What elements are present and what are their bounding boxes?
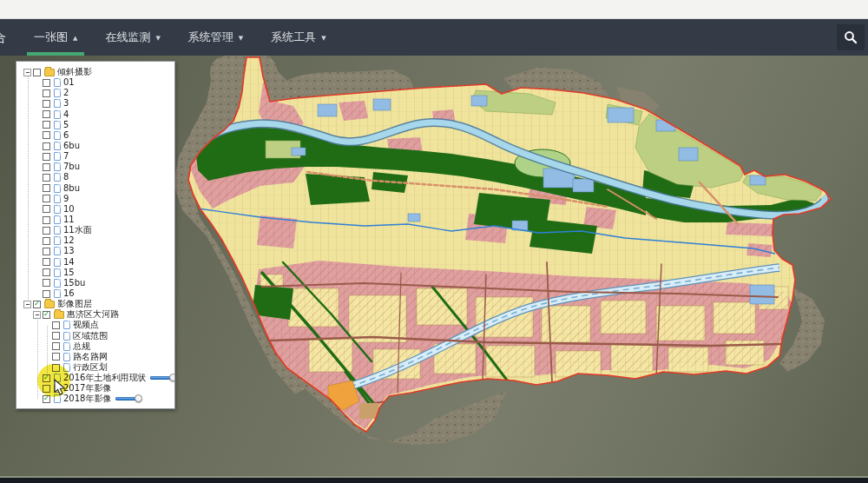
tree-row: 10: [16, 204, 173, 215]
tree-row: 路名路网: [16, 352, 173, 362]
layer-checkbox[interactable]: [43, 142, 50, 150]
layer-checkbox[interactable]: [52, 342, 60, 350]
document-icon: [63, 332, 70, 341]
collapse-icon[interactable]: [23, 301, 31, 308]
document-icon: [54, 89, 61, 97]
tree-row: 8bu: [16, 183, 173, 194]
layer-label[interactable]: 6bu: [63, 142, 80, 150]
layer-label[interactable]: 11: [63, 215, 75, 224]
layer-label[interactable]: 16: [63, 289, 75, 298]
layer-checkbox[interactable]: [43, 279, 50, 287]
layer-checkbox[interactable]: [43, 184, 50, 192]
document-icon: [63, 353, 70, 361]
document-icon: [54, 289, 61, 298]
tree-row: 12: [16, 235, 173, 246]
nav-item-1[interactable]: 一张图▲: [26, 19, 85, 56]
layer-checkbox[interactable]: [43, 110, 50, 118]
layer-checkbox[interactable]: [43, 100, 50, 108]
layer-checkbox[interactable]: [43, 248, 50, 255]
layer-checkbox[interactable]: [43, 79, 50, 87]
search-button[interactable]: [837, 24, 865, 50]
layer-checkbox[interactable]: [43, 131, 50, 139]
tree-row: 16: [16, 288, 173, 299]
layer-label[interactable]: 区域范围: [73, 332, 108, 341]
layer-label[interactable]: 11水面: [63, 226, 92, 235]
layer-label[interactable]: 行政区划: [73, 363, 108, 372]
layer-checkbox[interactable]: [43, 153, 50, 161]
layer-label[interactable]: 10: [63, 205, 75, 214]
layer-checkbox[interactable]: [33, 69, 41, 76]
layer-checkbox[interactable]: [43, 237, 50, 245]
layer-checkbox-checked[interactable]: [43, 311, 50, 319]
layer-checkbox[interactable]: [43, 290, 50, 298]
tree-row: 4: [16, 109, 173, 120]
layer-label[interactable]: 2016年土地利用现状: [63, 374, 146, 382]
layer-checkbox[interactable]: [43, 216, 50, 224]
browser-top-strip: [0, 0, 868, 19]
layer-label[interactable]: 8: [63, 173, 69, 182]
layer-label[interactable]: 14: [63, 258, 75, 267]
tree-row: 区域范围: [16, 331, 173, 341]
layer-checkbox[interactable]: [43, 268, 50, 276]
tree-row: 7bu: [16, 162, 173, 172]
layer-label[interactable]: 6: [63, 131, 69, 140]
collapse-icon[interactable]: [23, 69, 31, 76]
document-icon: [63, 342, 70, 351]
layer-checkbox[interactable]: [43, 205, 50, 213]
slider-knob[interactable]: [169, 374, 175, 381]
layer-label[interactable]: 2018年影像: [63, 394, 111, 403]
chevron-down-icon: ▼: [239, 35, 243, 42]
layer-checkbox[interactable]: [43, 163, 50, 171]
layer-label[interactable]: 9: [63, 195, 69, 203]
tree-row: 15bu: [16, 278, 173, 288]
tree-row: 影像图层: [16, 299, 173, 309]
layer-label[interactable]: 7bu: [63, 162, 80, 171]
document-icon: [54, 236, 61, 245]
chevron-down-icon: ▼: [155, 35, 160, 42]
nav-item-4[interactable]: 系统工具▼: [263, 19, 333, 56]
layer-label[interactable]: 惠济区大河路: [67, 310, 119, 319]
layer-checkbox[interactable]: [52, 353, 60, 361]
layer-label[interactable]: 15: [63, 268, 75, 277]
document-icon: [54, 99, 61, 108]
layer-label[interactable]: 7: [63, 152, 69, 161]
layer-checkbox[interactable]: [52, 321, 60, 329]
layer-label[interactable]: 影像图层: [57, 300, 92, 308]
layer-label[interactable]: 2017年影像: [63, 384, 111, 393]
layer-checkbox[interactable]: [52, 332, 60, 340]
layer-label[interactable]: 12: [63, 236, 75, 245]
document-icon: [54, 205, 61, 214]
layer-label[interactable]: 5: [63, 121, 69, 129]
layer-checkbox[interactable]: [43, 89, 50, 97]
layer-label[interactable]: 8bu: [63, 184, 80, 193]
nav-item-2[interactable]: 在线监测▼: [97, 19, 168, 56]
layer-checkbox-checked[interactable]: [33, 301, 41, 308]
tree-row: 11: [16, 215, 173, 225]
layer-label[interactable]: 视频点: [73, 321, 99, 329]
layer-label[interactable]: 2: [63, 89, 69, 97]
tree-row: 6bu: [16, 141, 173, 151]
layer-label[interactable]: 01: [63, 78, 75, 87]
document-icon: [54, 121, 61, 129]
layer-label[interactable]: 13: [63, 247, 75, 255]
layer-label[interactable]: 总规: [73, 342, 90, 351]
layer-label[interactable]: 倾斜摄影: [57, 68, 92, 76]
document-icon: [54, 226, 61, 235]
layer-label[interactable]: 路名路网: [73, 353, 108, 361]
opacity-slider[interactable]: [115, 397, 138, 400]
layer-checkbox[interactable]: [43, 258, 50, 266]
opacity-slider[interactable]: [150, 376, 173, 380]
collapse-icon[interactable]: [33, 311, 41, 319]
nav-item-3[interactable]: 系统管理▼: [181, 19, 251, 56]
layer-label[interactable]: 15bu: [63, 279, 85, 288]
document-icon: [54, 279, 61, 288]
layer-checkbox[interactable]: [43, 174, 50, 182]
map-viewport[interactable]: 倾斜摄影01234566bu77bu88bu9101111水面121314151…: [0, 56, 868, 476]
layer-label[interactable]: 4: [63, 110, 69, 119]
slider-knob[interactable]: [135, 394, 142, 402]
layer-checkbox[interactable]: [43, 121, 50, 129]
layer-label[interactable]: 3: [63, 99, 69, 108]
layer-checkbox[interactable]: [43, 195, 50, 202]
document-icon: [54, 268, 61, 277]
layer-checkbox[interactable]: [43, 227, 50, 235]
